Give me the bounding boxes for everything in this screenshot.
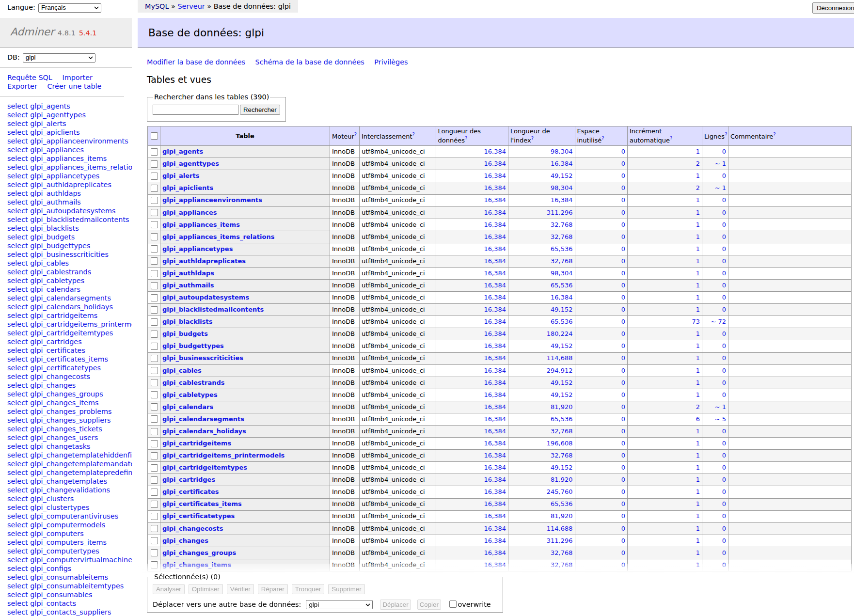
table-structure-link[interactable]: glpi_certificates xyxy=(162,488,219,495)
data-length-link[interactable]: 16,384 xyxy=(484,318,506,325)
data-length-link[interactable]: 16,384 xyxy=(484,464,506,471)
row-checkbox[interactable] xyxy=(151,415,158,423)
table-structure-link[interactable]: glpi_autoupdatesystems xyxy=(30,207,115,215)
data-length-link[interactable]: 16,384 xyxy=(484,221,506,228)
table-structure-link[interactable]: glpi_computermodels xyxy=(30,521,105,529)
data-length-link[interactable]: 16,384 xyxy=(484,415,506,423)
auto-increment-link[interactable]: 2 xyxy=(696,160,700,167)
table-structure-link[interactable]: glpi_cables xyxy=(30,259,69,267)
select-table-link[interactable]: select xyxy=(7,582,28,590)
analyze-button[interactable]: Analyser xyxy=(153,584,185,594)
select-table-link[interactable]: select xyxy=(7,547,28,555)
table-structure-link[interactable]: glpi_certificates_items xyxy=(30,355,108,363)
table-structure-link[interactable]: glpi_changes xyxy=(162,537,208,544)
row-checkbox[interactable] xyxy=(151,403,158,411)
select-table-link[interactable]: select xyxy=(7,251,28,258)
select-table-link[interactable]: select xyxy=(7,469,28,476)
index-length-link[interactable]: 245,760 xyxy=(547,488,573,495)
table-structure-link[interactable]: glpi_agents xyxy=(162,148,203,155)
select-table-link[interactable]: select xyxy=(7,381,28,389)
table-structure-link[interactable]: glpi_computers xyxy=(30,530,83,537)
index-length-link[interactable]: 65,536 xyxy=(551,245,573,253)
select-table-link[interactable]: select xyxy=(7,285,28,293)
select-table-link[interactable]: select xyxy=(7,495,28,503)
language-select[interactable]: Français xyxy=(38,3,101,13)
table-structure-link[interactable]: glpi_consumableitems xyxy=(30,573,108,581)
rows-count-link[interactable]: 0 xyxy=(722,512,726,520)
table-structure-link[interactable]: glpi_blacklistedmailcontents xyxy=(162,306,264,313)
select-table-link[interactable]: select xyxy=(7,416,28,424)
select-table-link[interactable]: select xyxy=(7,111,28,119)
auto-increment-link[interactable]: 1 xyxy=(696,452,700,459)
row-checkbox[interactable] xyxy=(151,185,158,192)
sidebar-link-create-table[interactable]: Créer une table xyxy=(47,82,101,90)
table-structure-link[interactable]: glpi_cabletypes xyxy=(162,391,218,398)
auto-increment-link[interactable]: 2 xyxy=(696,403,700,411)
index-length-link[interactable]: 114,688 xyxy=(547,354,573,362)
table-structure-link[interactable]: glpi_authmails xyxy=(162,282,214,289)
select-table-link[interactable]: select xyxy=(7,591,28,599)
rows-count-link[interactable]: 0 xyxy=(722,269,726,277)
table-structure-link[interactable]: glpi_changes_items xyxy=(30,399,98,407)
copy-button[interactable]: Copier xyxy=(417,600,441,610)
rows-count-link[interactable]: 0 xyxy=(722,342,726,349)
row-checkbox[interactable] xyxy=(151,367,158,374)
auto-increment-link[interactable]: 1 xyxy=(696,306,700,313)
rows-count-link[interactable]: 0 xyxy=(722,537,726,544)
row-checkbox[interactable] xyxy=(151,209,158,216)
data-length-link[interactable]: 16,384 xyxy=(484,427,506,435)
table-structure-link[interactable]: glpi_computerantiviruses xyxy=(30,512,118,520)
row-checkbox[interactable] xyxy=(151,221,158,228)
select-table-link[interactable]: select xyxy=(7,102,28,110)
rows-count-link[interactable]: 0 xyxy=(722,148,726,155)
data-free-link[interactable]: 0 xyxy=(621,148,625,155)
table-structure-link[interactable]: glpi_applianceenvironments xyxy=(162,196,262,204)
select-table-link[interactable]: select xyxy=(7,486,28,494)
rows-count-link[interactable]: 0 xyxy=(722,257,726,265)
data-length-link[interactable]: 16,384 xyxy=(484,525,506,532)
rows-count-link[interactable]: 0 xyxy=(722,196,726,204)
index-length-link[interactable]: 49,152 xyxy=(551,391,573,398)
row-checkbox[interactable] xyxy=(151,270,158,277)
index-length-link[interactable]: 81,920 xyxy=(551,476,573,483)
table-structure-link[interactable]: glpi_autoupdatesystems xyxy=(162,294,249,301)
row-checkbox[interactable] xyxy=(151,173,158,180)
select-table-link[interactable]: select xyxy=(7,373,28,380)
index-length-link[interactable]: 32,768 xyxy=(551,549,573,556)
auto-increment-link[interactable]: 1 xyxy=(696,391,700,398)
row-checkbox[interactable] xyxy=(151,452,158,459)
table-structure-link[interactable]: glpi_budgettypes xyxy=(30,242,90,250)
table-structure-link[interactable]: glpi_certificatetypes xyxy=(162,512,235,520)
move-button[interactable]: Déplacer xyxy=(380,600,411,610)
data-length-link[interactable]: 16,384 xyxy=(484,476,506,483)
check-button[interactable]: Vérifier xyxy=(227,584,254,594)
table-structure-link[interactable]: glpi_changes_problems xyxy=(30,408,111,415)
auto-increment-link[interactable]: 1 xyxy=(696,549,700,556)
index-length-link[interactable]: 294,912 xyxy=(547,367,573,374)
table-structure-link[interactable]: glpi_authldapreplicates xyxy=(162,257,246,265)
search-button[interactable]: Rechercher xyxy=(240,105,280,115)
table-structure-link[interactable]: glpi_cablestrands xyxy=(30,268,91,276)
select-table-link[interactable]: select xyxy=(7,408,28,415)
table-structure-link[interactable]: glpi_calendars xyxy=(162,403,213,411)
row-checkbox[interactable] xyxy=(151,391,158,398)
help-icon[interactable]: ? xyxy=(465,136,467,141)
select-table-link[interactable]: select xyxy=(7,207,28,215)
select-table-link[interactable]: select xyxy=(7,312,28,319)
table-structure-link[interactable]: glpi_appliancetypes xyxy=(162,245,233,253)
logout-button[interactable]: Déconnexion xyxy=(812,2,854,14)
data-length-link[interactable]: 16,384 xyxy=(484,306,506,313)
move-db-select[interactable]: glpi xyxy=(306,600,373,609)
privileges-link[interactable]: Privilèges xyxy=(374,58,408,66)
table-structure-link[interactable]: glpi_cartridgeitems_printermodels xyxy=(30,320,132,328)
select-table-link[interactable]: select xyxy=(7,224,28,232)
table-structure-link[interactable]: glpi_businesscriticities xyxy=(30,251,109,258)
data-free-link[interactable]: 0 xyxy=(621,415,625,423)
select-table-link[interactable]: select xyxy=(7,181,28,189)
rows-count-link[interactable]: 0 xyxy=(722,306,726,313)
data-length-link[interactable]: 16,384 xyxy=(484,367,506,374)
table-structure-link[interactable]: glpi_cartridgeitemtypes xyxy=(30,329,113,337)
auto-increment-link[interactable]: 2 xyxy=(696,184,700,191)
select-table-link[interactable]: select xyxy=(7,451,28,459)
index-length-link[interactable]: 32,768 xyxy=(551,452,573,459)
